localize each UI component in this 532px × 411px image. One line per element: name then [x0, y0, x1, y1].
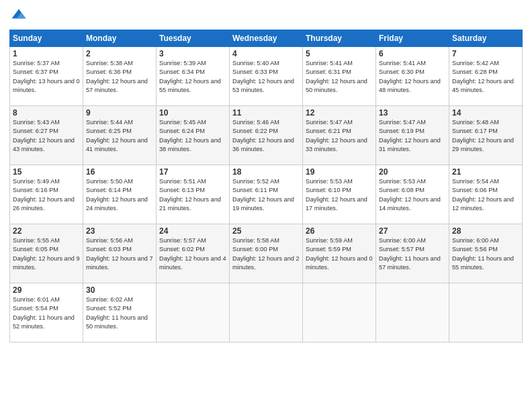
day-info: Sunrise: 5:49 AMSunset: 6:16 PMDaylight:…	[13, 177, 80, 213]
day-number: 26	[306, 226, 373, 236]
calendar-cell: 14Sunrise: 5:48 AMSunset: 6:17 PMDayligh…	[449, 106, 523, 165]
week-row-5: 29Sunrise: 6:01 AMSunset: 5:54 PMDayligh…	[10, 283, 523, 342]
day-info: Sunrise: 5:52 AMSunset: 6:11 PMDaylight:…	[232, 177, 300, 213]
day-info: Sunrise: 5:48 AMSunset: 6:17 PMDaylight:…	[452, 118, 519, 154]
day-number: 25	[232, 226, 300, 236]
day-number: 17	[159, 167, 226, 177]
header-day-sunday: Sunday	[10, 30, 83, 47]
calendar-cell: 13Sunrise: 5:47 AMSunset: 6:19 PMDayligh…	[376, 106, 449, 165]
calendar-cell: 28Sunrise: 6:00 AMSunset: 5:56 PMDayligh…	[449, 224, 523, 283]
calendar-cell: 15Sunrise: 5:49 AMSunset: 6:16 PMDayligh…	[10, 165, 83, 224]
day-info: Sunrise: 5:39 AMSunset: 6:34 PMDaylight:…	[159, 59, 226, 95]
day-info: Sunrise: 6:02 AMSunset: 5:52 PMDaylight:…	[86, 295, 153, 331]
day-number: 24	[159, 226, 226, 236]
calendar-cell: 3Sunrise: 5:39 AMSunset: 6:34 PMDaylight…	[157, 47, 230, 106]
day-number: 12	[306, 108, 373, 118]
calendar-cell: 26Sunrise: 5:59 AMSunset: 5:59 PMDayligh…	[303, 224, 376, 283]
header	[9, 7, 523, 26]
day-info: Sunrise: 6:00 AMSunset: 5:56 PMDaylight:…	[452, 236, 519, 272]
day-number: 16	[86, 167, 153, 177]
calendar-cell: 5Sunrise: 5:41 AMSunset: 6:31 PMDaylight…	[303, 47, 376, 106]
day-info: Sunrise: 5:46 AMSunset: 6:22 PMDaylight:…	[232, 118, 300, 154]
calendar-cell: 27Sunrise: 6:00 AMSunset: 5:57 PMDayligh…	[376, 224, 449, 283]
page: SundayMondayTuesdayWednesdayThursdayFrid…	[0, 0, 532, 411]
day-info: Sunrise: 5:37 AMSunset: 6:37 PMDaylight:…	[13, 59, 80, 95]
day-info: Sunrise: 5:57 AMSunset: 6:02 PMDaylight:…	[159, 236, 226, 272]
week-row-4: 22Sunrise: 5:55 AMSunset: 6:05 PMDayligh…	[10, 224, 523, 283]
day-info: Sunrise: 5:47 AMSunset: 6:19 PMDaylight:…	[379, 118, 446, 154]
day-info: Sunrise: 6:00 AMSunset: 5:57 PMDaylight:…	[379, 236, 446, 272]
day-number: 20	[379, 167, 446, 177]
day-info: Sunrise: 5:45 AMSunset: 6:24 PMDaylight:…	[159, 118, 226, 154]
calendar-cell: 11Sunrise: 5:46 AMSunset: 6:22 PMDayligh…	[230, 106, 303, 165]
day-number: 18	[232, 167, 300, 177]
calendar-cell: 12Sunrise: 5:47 AMSunset: 6:21 PMDayligh…	[303, 106, 376, 165]
day-number: 28	[452, 226, 519, 236]
day-info: Sunrise: 5:41 AMSunset: 6:30 PMDaylight:…	[379, 59, 446, 95]
day-number: 15	[13, 167, 80, 177]
day-info: Sunrise: 5:51 AMSunset: 6:13 PMDaylight:…	[159, 177, 226, 213]
day-number: 29	[13, 285, 80, 295]
calendar-cell: 30Sunrise: 6:02 AMSunset: 5:52 PMDayligh…	[83, 283, 157, 342]
day-info: Sunrise: 5:59 AMSunset: 5:59 PMDaylight:…	[306, 236, 373, 272]
calendar-cell: 21Sunrise: 5:54 AMSunset: 6:06 PMDayligh…	[449, 165, 523, 224]
day-info: Sunrise: 5:44 AMSunset: 6:25 PMDaylight:…	[86, 118, 153, 154]
calendar-table: SundayMondayTuesdayWednesdayThursdayFrid…	[9, 30, 523, 342]
day-info: Sunrise: 5:41 AMSunset: 6:31 PMDaylight:…	[306, 59, 373, 95]
day-number: 4	[232, 49, 300, 58]
day-number: 2	[86, 49, 153, 58]
day-number: 9	[86, 108, 153, 118]
calendar-cell: 20Sunrise: 5:53 AMSunset: 6:08 PMDayligh…	[376, 165, 449, 224]
day-number: 23	[86, 226, 153, 236]
header-day-wednesday: Wednesday	[230, 30, 303, 47]
day-number: 14	[452, 108, 519, 118]
calendar-cell	[449, 283, 523, 342]
day-info: Sunrise: 5:47 AMSunset: 6:21 PMDaylight:…	[306, 118, 373, 154]
day-info: Sunrise: 5:43 AMSunset: 6:27 PMDaylight:…	[13, 118, 80, 154]
logo-icon	[9, 7, 28, 26]
day-number: 1	[13, 49, 80, 58]
calendar-cell: 10Sunrise: 5:45 AMSunset: 6:24 PMDayligh…	[157, 106, 230, 165]
week-row-2: 8Sunrise: 5:43 AMSunset: 6:27 PMDaylight…	[10, 106, 523, 165]
header-day-monday: Monday	[83, 30, 157, 47]
calendar-cell: 4Sunrise: 5:40 AMSunset: 6:33 PMDaylight…	[230, 47, 303, 106]
day-number: 27	[379, 226, 446, 236]
day-info: Sunrise: 5:58 AMSunset: 6:00 PMDaylight:…	[232, 236, 300, 272]
calendar-cell: 18Sunrise: 5:52 AMSunset: 6:11 PMDayligh…	[230, 165, 303, 224]
day-number: 7	[452, 49, 519, 58]
day-number: 13	[379, 108, 446, 118]
calendar-cell: 2Sunrise: 5:38 AMSunset: 6:36 PMDaylight…	[83, 47, 157, 106]
day-info: Sunrise: 5:50 AMSunset: 6:14 PMDaylight:…	[86, 177, 153, 213]
logo	[9, 7, 31, 26]
calendar-cell: 23Sunrise: 5:56 AMSunset: 6:03 PMDayligh…	[83, 224, 157, 283]
calendar-cell	[157, 283, 230, 342]
day-info: Sunrise: 5:56 AMSunset: 6:03 PMDaylight:…	[86, 236, 153, 272]
calendar-cell	[376, 283, 449, 342]
calendar-cell: 29Sunrise: 6:01 AMSunset: 5:54 PMDayligh…	[10, 283, 83, 342]
calendar-cell: 22Sunrise: 5:55 AMSunset: 6:05 PMDayligh…	[10, 224, 83, 283]
day-number: 19	[306, 167, 373, 177]
day-number: 11	[232, 108, 300, 118]
day-info: Sunrise: 6:01 AMSunset: 5:54 PMDaylight:…	[13, 295, 80, 331]
calendar-cell: 1Sunrise: 5:37 AMSunset: 6:37 PMDaylight…	[10, 47, 83, 106]
header-day-tuesday: Tuesday	[157, 30, 230, 47]
day-info: Sunrise: 5:40 AMSunset: 6:33 PMDaylight:…	[232, 59, 300, 95]
calendar-cell	[230, 283, 303, 342]
calendar-cell: 6Sunrise: 5:41 AMSunset: 6:30 PMDaylight…	[376, 47, 449, 106]
calendar-header: SundayMondayTuesdayWednesdayThursdayFrid…	[10, 30, 523, 47]
day-number: 30	[86, 285, 153, 295]
week-row-1: 1Sunrise: 5:37 AMSunset: 6:37 PMDaylight…	[10, 47, 523, 106]
day-number: 10	[159, 108, 226, 118]
day-info: Sunrise: 5:38 AMSunset: 6:36 PMDaylight:…	[86, 59, 153, 95]
day-number: 8	[13, 108, 80, 118]
week-row-3: 15Sunrise: 5:49 AMSunset: 6:16 PMDayligh…	[10, 165, 523, 224]
day-number: 6	[379, 49, 446, 58]
calendar-cell: 9Sunrise: 5:44 AMSunset: 6:25 PMDaylight…	[83, 106, 157, 165]
day-number: 22	[13, 226, 80, 236]
calendar-cell: 24Sunrise: 5:57 AMSunset: 6:02 PMDayligh…	[157, 224, 230, 283]
header-day-thursday: Thursday	[303, 30, 376, 47]
day-info: Sunrise: 5:42 AMSunset: 6:28 PMDaylight:…	[452, 59, 519, 95]
day-info: Sunrise: 5:55 AMSunset: 6:05 PMDaylight:…	[13, 236, 80, 272]
calendar-cell: 8Sunrise: 5:43 AMSunset: 6:27 PMDaylight…	[10, 106, 83, 165]
day-number: 21	[452, 167, 519, 177]
